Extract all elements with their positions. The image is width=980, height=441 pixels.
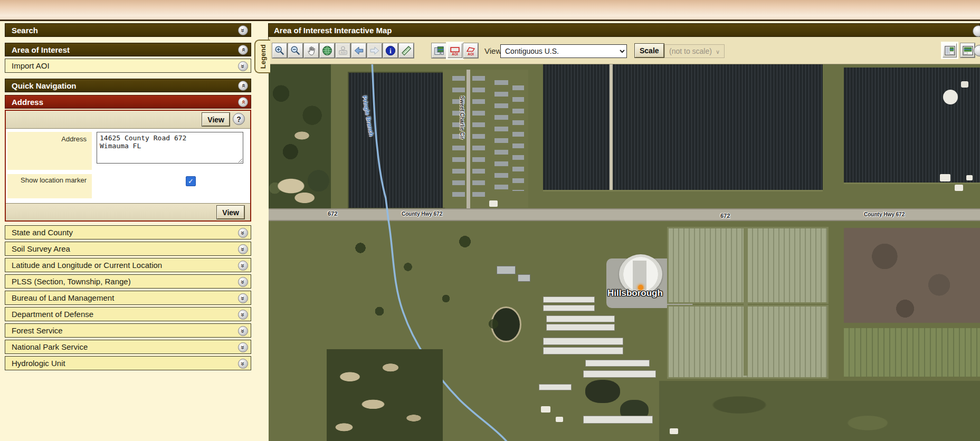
greenhouse bbox=[543, 296, 595, 303]
legend-tab[interactable]: Legend bbox=[254, 40, 270, 73]
building bbox=[541, 406, 550, 413]
marker-field-label: Show location marker bbox=[7, 174, 92, 198]
navigation-sidebar: Search » Area of Interest » Import AOI »… bbox=[5, 23, 252, 441]
building bbox=[955, 185, 963, 191]
site-banner bbox=[0, 0, 980, 21]
section-address-label: Address bbox=[12, 98, 43, 107]
item-label: Hydrologic Unit bbox=[12, 359, 65, 368]
building bbox=[940, 174, 950, 181]
section-area-of-interest[interactable]: Area of Interest » bbox=[5, 43, 251, 56]
aerial-map-image[interactable]: Sweet Charlie Cir 672 County Hwy 672 672… bbox=[269, 64, 980, 441]
legend-tab-label: Legend bbox=[259, 44, 267, 69]
expand-icon[interactable]: » bbox=[238, 25, 248, 35]
aoi-rectangle-icon: AOI bbox=[449, 45, 461, 56]
svg-text:AOI: AOI bbox=[340, 51, 346, 54]
zoom-to-aoi-icon: AOI bbox=[337, 45, 349, 56]
greenhouse bbox=[585, 360, 650, 367]
info-icon: i bbox=[385, 45, 396, 56]
ruler-icon bbox=[401, 45, 412, 56]
collapse-icon[interactable]: » bbox=[238, 45, 248, 55]
sidebar-item-lat-long[interactable]: Latitude and Longitude or Current Locati… bbox=[5, 258, 251, 272]
layout-fullmap-icon bbox=[962, 45, 974, 56]
show-location-marker-checkbox[interactable]: ✓ bbox=[186, 176, 196, 186]
item-label: National Park Service bbox=[12, 342, 88, 351]
expand-icon[interactable]: » bbox=[238, 310, 248, 320]
section-quick-nav-label: Quick Navigation bbox=[12, 81, 77, 90]
section-address[interactable]: Address » bbox=[5, 95, 251, 109]
sidebar-item-blm[interactable]: Bureau of Land Management » bbox=[5, 291, 251, 305]
building bbox=[556, 417, 563, 422]
greenhouse bbox=[583, 370, 656, 378]
import-aoi-item[interactable]: Import AOI » bbox=[5, 59, 251, 73]
sidebar-item-forest-service[interactable]: Forest Service » bbox=[5, 323, 251, 338]
map-toolbar: AOI i bbox=[268, 37, 980, 64]
section-quick-navigation[interactable]: Quick Navigation » bbox=[5, 79, 251, 92]
forward-arrow-icon bbox=[369, 45, 380, 56]
greenhouse bbox=[543, 305, 595, 311]
define-aoi-polygon-button[interactable]: AOI bbox=[463, 43, 478, 58]
section-search[interactable]: Search » bbox=[5, 23, 251, 37]
lower-fields bbox=[659, 381, 980, 441]
trees bbox=[332, 223, 522, 349]
map-panel-header: Area of Interest Interactive Map bbox=[268, 23, 980, 37]
zoom-in-button[interactable] bbox=[272, 43, 287, 58]
view-button[interactable]: View bbox=[202, 113, 230, 126]
expand-icon[interactable]: » bbox=[238, 244, 248, 254]
sidebar-item-state-and-county[interactable]: State and County » bbox=[5, 225, 251, 239]
scale-button[interactable]: Scale bbox=[635, 44, 664, 57]
collapse-icon[interactable]: » bbox=[238, 97, 248, 107]
next-extent-button bbox=[367, 43, 382, 58]
sidebar-item-plss[interactable]: PLSS (Section, Township, Range) » bbox=[5, 274, 251, 289]
address-form-bottombar: View bbox=[6, 203, 250, 220]
expand-icon[interactable]: » bbox=[238, 61, 248, 71]
item-label: Forest Service bbox=[12, 326, 63, 335]
place-label: Hillsborough bbox=[607, 288, 663, 299]
scale-value-dropdown: (not to scale) ∨ bbox=[664, 44, 725, 58]
collapse-icon[interactable] bbox=[973, 25, 980, 37]
layer-views-button[interactable] bbox=[432, 43, 446, 58]
expand-icon[interactable]: » bbox=[238, 277, 248, 287]
expand-icon[interactable]: » bbox=[238, 326, 248, 336]
layers-icon bbox=[433, 45, 445, 56]
sidebar-item-nps[interactable]: National Park Service » bbox=[5, 340, 251, 354]
farm-building bbox=[518, 274, 530, 282]
greenhouse bbox=[546, 324, 615, 331]
view-extent-select[interactable]: Contiguous U.S. bbox=[500, 44, 627, 58]
zoom-out-button[interactable] bbox=[288, 43, 303, 58]
expand-icon[interactable]: » bbox=[238, 293, 248, 303]
full-extent-button[interactable] bbox=[320, 43, 335, 58]
zoom-to-aoi-button: AOI bbox=[336, 43, 350, 58]
sidebar-item-hydrologic-unit[interactable]: Hydrologic Unit » bbox=[5, 356, 251, 370]
item-label: Latitude and Longitude or Current Locati… bbox=[12, 261, 162, 270]
collapse-icon[interactable]: » bbox=[238, 81, 248, 91]
crop-field-light bbox=[667, 227, 829, 304]
crop-field-light bbox=[667, 305, 829, 379]
address-form-body: Address 14625 County Road 672 Wimauma FL… bbox=[6, 129, 250, 203]
greenhouse bbox=[543, 338, 623, 345]
greenhouse bbox=[583, 416, 653, 424]
expand-icon[interactable]: » bbox=[238, 342, 248, 352]
section-aoi-label: Area of Interest bbox=[12, 45, 70, 54]
expand-icon[interactable]: » bbox=[238, 261, 248, 271]
layout-map-left-button[interactable] bbox=[943, 43, 957, 57]
sidebar-item-dod[interactable]: Department of Defense » bbox=[5, 307, 251, 321]
pan-hand-icon bbox=[306, 45, 317, 56]
measure-button[interactable] bbox=[399, 43, 414, 58]
help-icon[interactable]: ? bbox=[233, 113, 245, 125]
pan-button[interactable] bbox=[304, 43, 319, 58]
sidebar-item-soil-survey-area[interactable]: Soil Survey Area » bbox=[5, 242, 251, 256]
layout-map-full-button[interactable] bbox=[960, 43, 975, 57]
back-arrow-icon bbox=[353, 45, 365, 56]
expand-icon[interactable]: » bbox=[238, 359, 248, 369]
address-input[interactable]: 14625 County Road 672 Wimauma FL bbox=[97, 132, 243, 164]
view-button[interactable]: View bbox=[217, 206, 244, 219]
expand-icon[interactable]: » bbox=[238, 228, 248, 238]
item-label: Department of Defense bbox=[12, 310, 93, 319]
chevron-down-icon: ∨ bbox=[714, 49, 720, 55]
identify-button[interactable]: i bbox=[383, 43, 398, 58]
map-panel-title: Area of Interest Interactive Map bbox=[274, 26, 392, 35]
zoom-in-icon bbox=[274, 45, 286, 56]
define-aoi-rectangle-button[interactable]: AOI bbox=[448, 43, 462, 58]
previous-extent-button[interactable] bbox=[351, 43, 366, 58]
farm-building bbox=[497, 266, 516, 274]
